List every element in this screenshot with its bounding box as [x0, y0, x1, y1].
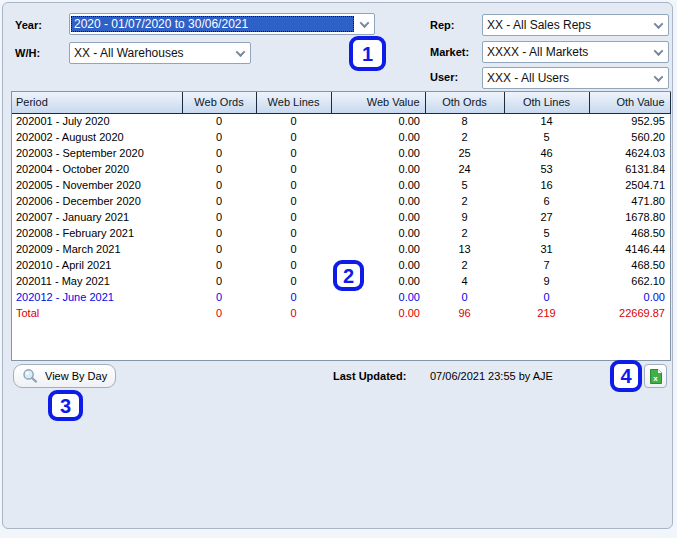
- annotation-number: 2: [343, 266, 354, 286]
- total-row[interactable]: Total000.009621922669.87: [12, 305, 670, 321]
- cell: 0: [182, 193, 256, 209]
- cell: 0: [256, 305, 331, 321]
- table-row[interactable]: 202009 - March 2021000.0013314146.44: [12, 241, 670, 257]
- cell: 4146.44: [589, 241, 670, 257]
- column-header[interactable]: Period: [12, 92, 182, 113]
- cell: 0.00: [331, 177, 425, 193]
- chevron-down-icon[interactable]: [648, 22, 668, 29]
- cell: 219: [504, 305, 589, 321]
- cell: 7: [504, 257, 589, 273]
- cell: 0: [256, 129, 331, 145]
- chevron-down-icon[interactable]: [354, 21, 374, 28]
- market-dropdown-value: XXXX - All Markets: [483, 43, 648, 61]
- user-label: User:: [430, 71, 458, 83]
- cell: 0: [182, 241, 256, 257]
- market-label: Market:: [430, 46, 469, 58]
- view-by-day-label: View By Day: [45, 370, 107, 382]
- cell: 0: [182, 289, 256, 305]
- table-row[interactable]: 202007 - January 2021000.009271678.80: [12, 209, 670, 225]
- year-dropdown[interactable]: 2020 - 01/07/2020 to 30/06/2021: [69, 13, 375, 35]
- rep-dropdown[interactable]: XX - All Sales Reps: [482, 14, 669, 36]
- cell: 9: [425, 209, 504, 225]
- cell: 0.00: [589, 289, 670, 305]
- column-header[interactable]: Oth Value: [589, 92, 670, 113]
- cell: 5: [425, 177, 504, 193]
- cell: 202011 - May 2021: [12, 273, 182, 289]
- cell: 96: [425, 305, 504, 321]
- cell: 0.00: [331, 305, 425, 321]
- cell: 0.00: [331, 289, 425, 305]
- warehouse-dropdown[interactable]: XX - All Warehouses: [69, 42, 251, 64]
- annotation-number: 1: [362, 44, 373, 64]
- market-dropdown[interactable]: XXXX - All Markets: [482, 41, 669, 63]
- rep-label: Rep:: [430, 19, 454, 31]
- cell: 0.00: [331, 145, 425, 161]
- table-row[interactable]: 202003 - September 2020000.0025464624.03: [12, 145, 670, 161]
- cell: 6131.84: [589, 161, 670, 177]
- chevron-down-icon[interactable]: [230, 50, 250, 57]
- cell: 0: [182, 209, 256, 225]
- rep-dropdown-value: XX - All Sales Reps: [483, 16, 648, 34]
- cell: 0: [256, 241, 331, 257]
- cell: 202001 - July 2020: [12, 113, 182, 129]
- cell: 0.00: [331, 161, 425, 177]
- cell: 46: [504, 145, 589, 161]
- cell: 0.00: [331, 209, 425, 225]
- column-header[interactable]: Web Value: [331, 92, 425, 113]
- user-dropdown[interactable]: XXX - All Users: [482, 67, 669, 89]
- table-row[interactable]: 202001 - July 2020000.00814952.95: [12, 113, 670, 129]
- cell: 0: [256, 113, 331, 129]
- cell: 14: [504, 113, 589, 129]
- cell: 202012 - June 2021: [12, 289, 182, 305]
- cell: 0: [182, 113, 256, 129]
- cell: 22669.87: [589, 305, 670, 321]
- annotation-badge-3: 3: [48, 390, 83, 421]
- cell: 0: [256, 161, 331, 177]
- cell: 13: [425, 241, 504, 257]
- cell: 468.50: [589, 257, 670, 273]
- table-row[interactable]: 202006 - December 2020000.0026471.80: [12, 193, 670, 209]
- cell: 202005 - November 2020: [12, 177, 182, 193]
- last-updated-value: 07/06/2021 23:55 by AJE: [430, 370, 553, 382]
- table-row[interactable]: 202004 - October 2020000.0024536131.84: [12, 161, 670, 177]
- cell: 0: [182, 225, 256, 241]
- warehouse-label: W/H:: [15, 47, 40, 59]
- cell: 16: [504, 177, 589, 193]
- export-excel-button[interactable]: x: [644, 364, 667, 388]
- table-row[interactable]: 202008 - February 2021000.0025468.50: [12, 225, 670, 241]
- cell: 0: [256, 289, 331, 305]
- cell: 0: [182, 145, 256, 161]
- cell: 0.00: [331, 225, 425, 241]
- column-header[interactable]: Web Ords: [182, 92, 256, 113]
- annotation-badge-1: 1: [349, 36, 386, 71]
- chevron-down-icon[interactable]: [648, 75, 668, 82]
- cell: 0: [256, 193, 331, 209]
- cell: 202006 - December 2020: [12, 193, 182, 209]
- view-by-day-button[interactable]: View By Day: [13, 364, 116, 388]
- cell: 53: [504, 161, 589, 177]
- cell: 0: [256, 209, 331, 225]
- cell: 0: [182, 161, 256, 177]
- cell: 24: [425, 161, 504, 177]
- year-dropdown-value: 2020 - 01/07/2020 to 30/06/2021: [71, 16, 354, 32]
- column-header[interactable]: Oth Lines: [504, 92, 589, 113]
- cell: 0: [256, 273, 331, 289]
- chevron-down-icon[interactable]: [648, 49, 668, 56]
- table-row[interactable]: 202002 - August 2020000.0025560.20: [12, 129, 670, 145]
- table-row[interactable]: 202012 - June 2021000.00000.00: [12, 289, 670, 305]
- annotation-badge-2: 2: [333, 260, 364, 291]
- cell: 202004 - October 2020: [12, 161, 182, 177]
- cell: 1678.80: [589, 209, 670, 225]
- cell: 662.10: [589, 273, 670, 289]
- cell: 0.00: [331, 129, 425, 145]
- cell: 0: [425, 289, 504, 305]
- cell: 4: [425, 273, 504, 289]
- column-header[interactable]: Web Lines: [256, 92, 331, 113]
- column-header[interactable]: Oth Ords: [425, 92, 504, 113]
- table-row[interactable]: 202005 - November 2020000.005162504.71: [12, 177, 670, 193]
- cell: 0: [182, 305, 256, 321]
- cell: 0.00: [331, 113, 425, 129]
- cell: 2: [425, 193, 504, 209]
- cell: 952.95: [589, 113, 670, 129]
- cell: 25: [425, 145, 504, 161]
